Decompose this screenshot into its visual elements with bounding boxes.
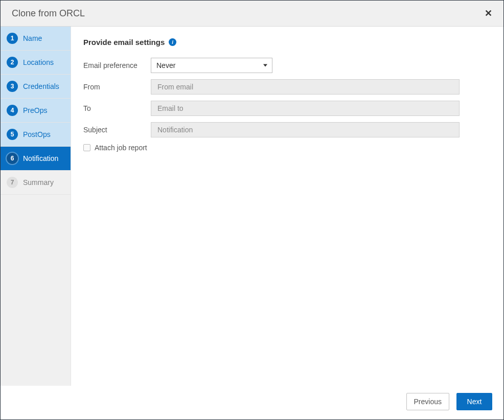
row-attach-report: Attach job report xyxy=(83,144,491,152)
step-number: 6 xyxy=(7,153,18,164)
dialog-title: Clone from ORCL xyxy=(12,8,85,19)
step-credentials[interactable]: 3 Credentials xyxy=(1,75,71,99)
step-preops[interactable]: 4 PreOps xyxy=(1,99,71,123)
section-title-row: Provide email settings i xyxy=(83,38,491,46)
email-preference-select-wrap: Never xyxy=(151,58,272,73)
label-to: To xyxy=(83,104,151,112)
dialog-header: Clone from ORCL ✕ xyxy=(1,1,503,27)
step-label: Notification xyxy=(23,154,58,162)
label-email-preference: Email preference xyxy=(83,61,151,69)
row-from: From xyxy=(83,79,491,95)
step-number: 4 xyxy=(7,105,18,116)
email-preference-select[interactable]: Never xyxy=(151,58,272,73)
step-notification[interactable]: 6 Notification xyxy=(1,147,71,171)
dialog-footer: Previous Next xyxy=(1,386,503,419)
step-summary[interactable]: 7 Summary xyxy=(1,171,71,195)
step-number: 7 xyxy=(7,177,18,188)
to-input[interactable] xyxy=(151,101,460,116)
section-title: Provide email settings xyxy=(83,38,165,46)
attach-report-checkbox[interactable] xyxy=(83,144,90,151)
dialog-body: 1 Name 2 Locations 3 Credentials 4 PreOp… xyxy=(1,27,503,386)
label-from: From xyxy=(83,83,151,91)
clone-wizard-dialog: Clone from ORCL ✕ 1 Name 2 Locations 3 C… xyxy=(1,1,503,419)
step-label: PostOps xyxy=(23,130,51,138)
step-name[interactable]: 1 Name xyxy=(1,27,71,51)
step-label: Name xyxy=(23,34,42,42)
from-input[interactable] xyxy=(151,79,460,95)
close-icon[interactable]: ✕ xyxy=(483,8,494,19)
label-attach-report: Attach job report xyxy=(95,144,147,152)
step-label: Summary xyxy=(23,178,54,186)
step-locations[interactable]: 2 Locations xyxy=(1,51,71,75)
step-label: PreOps xyxy=(23,106,47,114)
step-number: 1 xyxy=(7,33,18,44)
step-label: Credentials xyxy=(23,82,59,90)
step-number: 2 xyxy=(7,57,18,68)
row-to: To xyxy=(83,101,491,116)
wizard-sidebar: 1 Name 2 Locations 3 Credentials 4 PreOp… xyxy=(1,27,71,386)
next-button[interactable]: Next xyxy=(456,393,492,410)
wizard-content: Provide email settings i Email preferenc… xyxy=(71,27,503,386)
label-subject: Subject xyxy=(83,126,151,134)
step-number: 5 xyxy=(7,129,18,140)
row-email-preference: Email preference Never xyxy=(83,58,491,73)
previous-button[interactable]: Previous xyxy=(406,393,449,410)
step-postops[interactable]: 5 PostOps xyxy=(1,123,71,147)
row-subject: Subject xyxy=(83,122,491,137)
step-number: 3 xyxy=(7,81,18,92)
subject-input[interactable] xyxy=(151,122,460,137)
step-label: Locations xyxy=(23,58,54,66)
info-icon[interactable]: i xyxy=(169,38,176,46)
